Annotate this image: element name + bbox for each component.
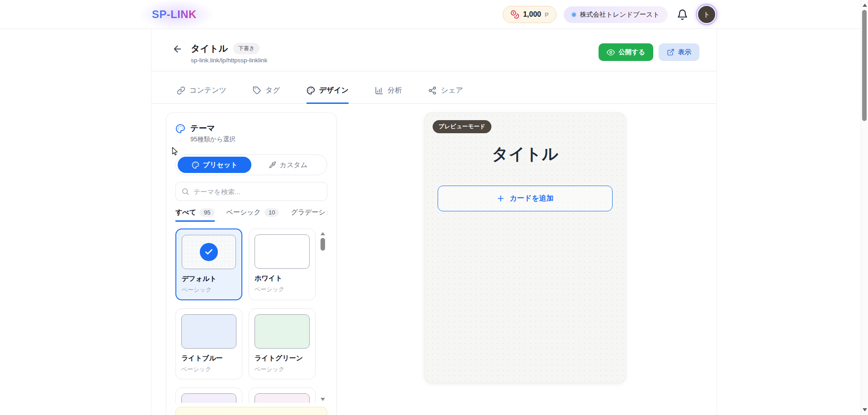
tag-icon bbox=[253, 86, 261, 95]
scroll-down-arrow[interactable] bbox=[321, 398, 325, 401]
filter-tab-basic[interactable]: ベーシック 10 bbox=[226, 208, 279, 222]
theme-panel-title: テーマ bbox=[190, 123, 236, 134]
page-scrollbar bbox=[861, 0, 868, 415]
notice-box bbox=[175, 407, 327, 415]
palette-icon bbox=[175, 124, 185, 134]
theme-filter-tabs: すべて 95 ベーシック 10 グラデーション bbox=[175, 208, 327, 222]
status-badge: 下書き bbox=[233, 43, 259, 54]
selected-check-icon bbox=[200, 243, 218, 261]
tab-design[interactable]: デザイン bbox=[307, 86, 349, 104]
points-unit: P bbox=[545, 11, 549, 18]
scrollbar-thumb[interactable] bbox=[321, 238, 325, 251]
app-logo-text: SP-LINK bbox=[152, 8, 197, 20]
scrollbar-thumb[interactable] bbox=[862, 10, 867, 121]
theme-swatch bbox=[255, 314, 310, 349]
theme-swatch bbox=[181, 314, 236, 349]
notifications-button[interactable] bbox=[675, 7, 690, 22]
view-button[interactable]: 表示 bbox=[659, 43, 699, 61]
palette-icon bbox=[307, 86, 315, 95]
theme-panel: テーマ 95種類から選択 プリセット カスタム bbox=[166, 112, 337, 415]
page-url: sp-link.link/lp/httpssp-linklink bbox=[191, 57, 268, 64]
theme-card-white[interactable]: ホワイト ベーシック bbox=[249, 228, 316, 300]
bar-chart-icon bbox=[375, 86, 383, 95]
add-card-button[interactable]: カードを追加 bbox=[438, 186, 613, 211]
page-body: タイトル 下書き sp-link.link/lp/httpssp-linklin… bbox=[0, 29, 868, 415]
filter-tab-all[interactable]: すべて 95 bbox=[175, 208, 215, 222]
coins-icon bbox=[510, 10, 519, 19]
plus-icon bbox=[496, 194, 505, 203]
tab-analytics[interactable]: 分析 bbox=[375, 86, 402, 104]
eye-icon bbox=[607, 48, 615, 56]
palette-icon bbox=[192, 161, 199, 169]
theme-card[interactable] bbox=[175, 387, 242, 403]
link-icon bbox=[177, 86, 185, 95]
theme-card-lightblue[interactable]: ライトブルー ベーシック bbox=[175, 308, 242, 379]
filter-count-badge: 10 bbox=[264, 208, 279, 217]
theme-search-input[interactable] bbox=[193, 188, 321, 196]
preset-toggle[interactable]: プリセット bbox=[178, 157, 251, 173]
theme-card-default[interactable]: デフォルト ベーシック bbox=[175, 228, 242, 300]
back-button[interactable] bbox=[172, 44, 183, 54]
publish-button[interactable]: 公開する bbox=[599, 43, 653, 61]
theme-swatch bbox=[255, 393, 310, 403]
custom-toggle[interactable]: カスタム bbox=[251, 157, 325, 173]
user-avatar[interactable]: ト bbox=[697, 5, 716, 24]
page-title: タイトル bbox=[191, 42, 228, 55]
theme-panel-subtitle: 95種類から選択 bbox=[190, 135, 236, 144]
theme-panel-header: テーマ 95種類から選択 bbox=[175, 123, 327, 144]
filter-tab-gradation[interactable]: グラデーション bbox=[291, 208, 327, 222]
company-selector[interactable]: 株式会社トレンドブースト bbox=[564, 6, 668, 23]
theme-list: デフォルト ベーシック ホワイト ベーシック ライトブルー ベーシック bbox=[175, 228, 327, 403]
filter-count-badge: 95 bbox=[200, 208, 214, 217]
theme-card[interactable] bbox=[249, 387, 316, 403]
tab-contents[interactable]: コンテンツ bbox=[177, 86, 226, 104]
external-link-icon bbox=[667, 48, 675, 56]
preview-mode-badge: プレビューモード bbox=[433, 120, 491, 133]
search-icon bbox=[181, 187, 189, 196]
main-tabs: コンテンツ タグ デザイン 分析 シェア bbox=[151, 71, 717, 104]
company-name: 株式会社トレンドブースト bbox=[580, 10, 660, 19]
theme-mode-toggle: プリセット カスタム bbox=[175, 154, 327, 175]
points-badge[interactable]: 1,000 P bbox=[503, 6, 557, 23]
arrow-left-icon bbox=[172, 44, 183, 54]
company-status-dot bbox=[572, 13, 576, 17]
theme-card-lightgreen[interactable]: ライトグリーン ベーシック bbox=[249, 308, 316, 379]
mouse-cursor bbox=[170, 146, 179, 156]
tab-tags[interactable]: タグ bbox=[253, 86, 280, 104]
page-header: タイトル 下書き sp-link.link/lp/httpssp-linklin… bbox=[151, 29, 717, 71]
preview-title: タイトル bbox=[433, 143, 618, 165]
bell-icon bbox=[677, 9, 688, 20]
preview-panel: プレビューモード タイトル カードを追加 bbox=[424, 112, 626, 383]
share-icon bbox=[428, 86, 437, 95]
top-navbar: SP-LINK 1,000 P 株式会社トレンドブースト bbox=[0, 0, 868, 29]
theme-swatch bbox=[181, 393, 236, 403]
scroll-up-arrow[interactable] bbox=[321, 232, 325, 235]
eyedropper-icon bbox=[269, 161, 276, 168]
points-value: 1,000 bbox=[523, 10, 541, 19]
app-logo[interactable]: SP-LINK bbox=[152, 8, 197, 21]
scroll-down-arrow[interactable] bbox=[863, 408, 867, 411]
tab-share[interactable]: シェア bbox=[428, 86, 463, 104]
theme-swatch bbox=[255, 234, 310, 269]
theme-swatch bbox=[182, 235, 236, 269]
theme-list-scrollbar bbox=[320, 228, 326, 403]
theme-search bbox=[175, 182, 327, 201]
avatar-initial: ト bbox=[703, 10, 710, 19]
scroll-up-arrow[interactable] bbox=[863, 4, 867, 7]
